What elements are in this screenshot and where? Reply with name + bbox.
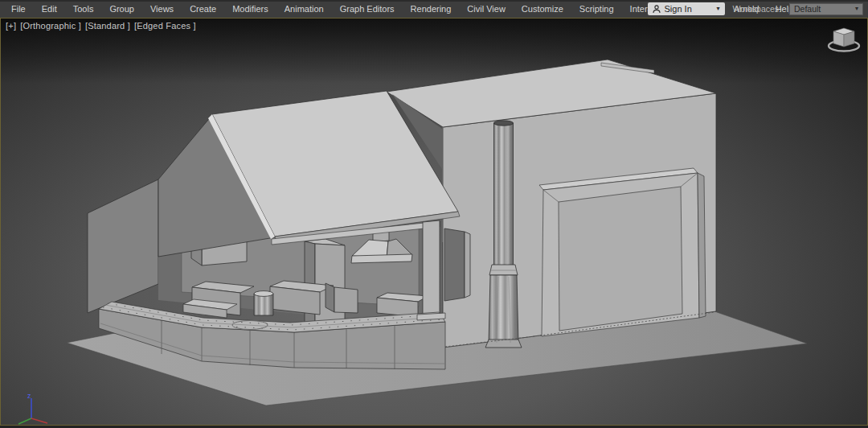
- viewport-menu-general[interactable]: [+]: [6, 21, 16, 31]
- menu-scripting[interactable]: Scripting: [571, 0, 622, 18]
- viewport-canvas[interactable]: z: [1, 19, 867, 425]
- menu-graph-editors[interactable]: Graph Editors: [332, 0, 403, 18]
- house-cutaway[interactable]: [88, 91, 470, 327]
- user-icon: [653, 5, 661, 14]
- menu-rendering[interactable]: Rendering: [403, 0, 460, 18]
- menu-group[interactable]: Group: [101, 0, 142, 18]
- menu-customize[interactable]: Customize: [514, 0, 571, 18]
- menu-civil-view[interactable]: Civil View: [459, 0, 513, 18]
- viewport-menu-pov[interactable]: [Orthographic ]: [20, 21, 81, 31]
- menu-bar: File Edit Tools Group Views Create Modif…: [0, 0, 868, 18]
- menu-modifiers[interactable]: Modifiers: [224, 0, 276, 18]
- workspaces-caret-icon: ▾: [855, 6, 858, 12]
- viewcube[interactable]: [829, 28, 859, 51]
- sign-in-label: Sign In: [665, 4, 713, 14]
- menu-create[interactable]: Create: [182, 0, 224, 18]
- workspaces-value: Default: [794, 4, 855, 14]
- menu-file[interactable]: File: [3, 0, 34, 18]
- menubar-right-cluster: Sign In ▾ Workspaces: Default ▾: [648, 0, 864, 18]
- counter-end-shelf: [417, 313, 445, 320]
- workspaces-label: Workspaces:: [733, 4, 782, 14]
- door-panel[interactable]: [444, 228, 470, 301]
- sign-in-caret-icon: ▾: [716, 6, 719, 12]
- workspaces-dropdown[interactable]: Default ▾: [789, 3, 863, 15]
- axis-z-label: z: [27, 392, 31, 400]
- viewport-menu-shading[interactable]: [Edged Faces ]: [134, 21, 196, 31]
- axis-tripod-gizmo: z: [18, 392, 47, 424]
- viewport-label: [+] [Orthographic ] [Standard ] [Edged F…: [6, 21, 196, 31]
- menu-tools[interactable]: Tools: [65, 0, 102, 18]
- cylinder-pot[interactable]: [254, 291, 273, 315]
- menu-edit[interactable]: Edit: [34, 0, 65, 18]
- viewport-menu-renderer[interactable]: [Standard ]: [85, 21, 130, 31]
- menu-views[interactable]: Views: [142, 0, 182, 18]
- menu-animation[interactable]: Animation: [276, 0, 332, 18]
- garage-door-frame[interactable]: [539, 168, 706, 336]
- sign-in-button[interactable]: Sign In ▾: [648, 2, 725, 15]
- 3dsmax-window: { "menu": { "items": ["File","Edit","Too…: [0, 0, 868, 428]
- viewport[interactable]: [+] [Orthographic ] [Standard ] [Edged F…: [0, 18, 868, 426]
- corner-post: [423, 220, 440, 327]
